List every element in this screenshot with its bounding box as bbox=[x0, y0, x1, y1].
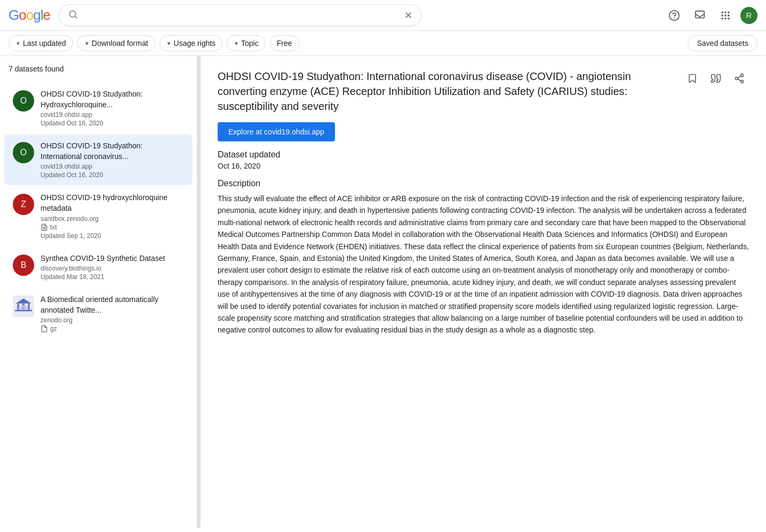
last-updated-label: Last updated bbox=[23, 39, 66, 47]
avatar: O bbox=[13, 90, 34, 112]
result-content: OHDSI COVID-19 Studyathon: International… bbox=[41, 141, 184, 179]
download-format-filter[interactable]: ▼ Download format bbox=[77, 35, 155, 51]
avatar: B bbox=[13, 255, 34, 276]
logo-letter-o2: o bbox=[26, 7, 33, 23]
result-content: OHDSI COVID-19 Studyathon: Hydroxychloro… bbox=[41, 89, 184, 127]
svg-rect-8 bbox=[722, 14, 723, 16]
main-content: 7 datasets found O OHDSI COVID-19 Studya… bbox=[0, 56, 766, 528]
cite-button[interactable] bbox=[706, 69, 725, 88]
result-file-type: txt bbox=[41, 224, 184, 231]
search-bar: ohdsi covid ✕ bbox=[59, 4, 421, 26]
university-icon-svg bbox=[13, 296, 34, 317]
file-type-label: txt bbox=[50, 224, 57, 231]
result-domain: covid19.ohdsi.app bbox=[41, 111, 184, 118]
logo-letter-e: e bbox=[43, 7, 50, 23]
avatar: O bbox=[13, 142, 34, 163]
result-title: OHDSI COVID-19 hydroxychloroquine metada… bbox=[41, 193, 184, 213]
logo-letter-o1: o bbox=[19, 7, 26, 23]
svg-line-1 bbox=[75, 17, 77, 19]
bookmark-button[interactable] bbox=[683, 69, 702, 88]
header-actions: R bbox=[664, 5, 757, 26]
list-item[interactable]: A Biomedical oriented automatically anno… bbox=[4, 288, 193, 340]
results-count: 7 datasets found bbox=[0, 65, 197, 82]
detail-panel: OHDSI COVID-19 Studyathon: International… bbox=[201, 56, 766, 528]
result-title: Synthea COVID-19 Synthetic Dataset bbox=[41, 253, 184, 264]
share-button[interactable] bbox=[730, 69, 749, 88]
chevron-down-icon: ▼ bbox=[234, 41, 239, 46]
result-content: A Biomedical oriented automatically anno… bbox=[41, 295, 184, 334]
result-domain: sandbox.zenodo.org bbox=[41, 215, 184, 223]
filter-bar: ▼ Last updated ▼ Download format ▼ Usage… bbox=[0, 31, 766, 56]
detail-actions bbox=[683, 69, 749, 88]
file-icon bbox=[41, 224, 48, 231]
topic-filter[interactable]: ▼ Topic bbox=[227, 35, 266, 51]
result-updated: Updated Mar 18, 2021 bbox=[41, 273, 184, 281]
file-type-label: gz bbox=[50, 325, 57, 332]
avatar[interactable]: R bbox=[740, 7, 757, 24]
chevron-down-icon: ▼ bbox=[15, 41, 21, 46]
svg-rect-5 bbox=[722, 11, 723, 13]
result-updated: Updated Oct 16, 2020 bbox=[41, 171, 184, 179]
result-title: OHDSI COVID-19 Studyathon: Hydroxychloro… bbox=[41, 89, 184, 110]
feedback-button[interactable] bbox=[689, 5, 711, 26]
avatar: Z bbox=[13, 194, 34, 215]
svg-rect-7 bbox=[728, 11, 729, 13]
result-content: Synthea COVID-19 Synthetic Dataset disco… bbox=[41, 253, 184, 281]
svg-line-28 bbox=[738, 76, 741, 77]
last-updated-filter[interactable]: ▼ Last updated bbox=[9, 35, 73, 51]
list-item[interactable]: O OHDSI COVID-19 Studyathon: Internation… bbox=[4, 134, 193, 185]
results-panel: 7 datasets found O OHDSI COVID-19 Studya… bbox=[0, 56, 197, 528]
description-text: This study will evaluate the effect of A… bbox=[218, 193, 749, 336]
description-label: Description bbox=[218, 179, 749, 188]
result-domain: covid19.ohdsi.app bbox=[41, 163, 184, 170]
google-logo[interactable]: Google bbox=[9, 7, 50, 23]
svg-rect-9 bbox=[724, 14, 726, 16]
file-icon bbox=[41, 325, 48, 332]
help-button[interactable] bbox=[664, 5, 685, 26]
svg-rect-10 bbox=[728, 14, 729, 16]
download-format-label: Download format bbox=[92, 39, 148, 47]
svg-rect-20 bbox=[28, 304, 30, 310]
saved-datasets-button[interactable]: Saved datasets bbox=[688, 35, 757, 51]
svg-rect-12 bbox=[724, 18, 726, 19]
logo-letter-g: G bbox=[9, 7, 19, 23]
result-title: A Biomedical oriented automatically anno… bbox=[41, 295, 184, 315]
search-input[interactable]: ohdsi covid bbox=[85, 11, 398, 20]
result-title: OHDSI COVID-19 Studyathon: International… bbox=[41, 141, 184, 162]
institution-icon bbox=[13, 296, 34, 317]
clear-icon[interactable]: ✕ bbox=[404, 10, 412, 21]
result-domain: discovery.biothings.io bbox=[41, 265, 184, 272]
svg-line-27 bbox=[738, 79, 741, 81]
panel-divider bbox=[197, 56, 201, 528]
usage-rights-label: Usage rights bbox=[174, 39, 216, 47]
list-item[interactable]: B Synthea COVID-19 Synthetic Dataset dis… bbox=[4, 247, 193, 288]
chevron-down-icon: ▼ bbox=[84, 41, 90, 46]
svg-rect-18 bbox=[17, 304, 19, 310]
free-filter[interactable]: Free bbox=[270, 35, 299, 51]
svg-rect-13 bbox=[728, 18, 729, 19]
explore-button[interactable]: Explore at covid19.ohdsi.app bbox=[218, 122, 335, 141]
detail-title: OHDSI COVID-19 Studyathon: International… bbox=[218, 69, 676, 114]
result-domain: zenodo.org bbox=[41, 316, 184, 324]
dataset-updated-label: Dataset updated bbox=[218, 150, 749, 160]
result-content: OHDSI COVID-19 hydroxychloroquine metada… bbox=[41, 193, 184, 239]
detail-header: OHDSI COVID-19 Studyathon: International… bbox=[218, 69, 749, 114]
search-icon bbox=[68, 9, 78, 21]
list-item[interactable]: Z OHDSI COVID-19 hydroxychloroquine meta… bbox=[4, 186, 193, 245]
result-updated: Updated Sep 1, 2020 bbox=[41, 232, 184, 240]
header: Google ohdsi covid ✕ bbox=[0, 0, 766, 31]
svg-rect-23 bbox=[22, 307, 25, 309]
svg-rect-21 bbox=[15, 310, 32, 312]
logo-letter-g2: g bbox=[33, 7, 40, 23]
usage-rights-filter[interactable]: ▼ Usage rights bbox=[159, 35, 223, 51]
dataset-updated-date: Oct 16, 2020 bbox=[218, 162, 749, 170]
result-file-type: gz bbox=[41, 325, 184, 332]
topic-label: Topic bbox=[241, 39, 259, 47]
svg-rect-6 bbox=[724, 11, 726, 13]
apps-button[interactable] bbox=[715, 5, 736, 26]
svg-rect-11 bbox=[722, 18, 723, 19]
chevron-down-icon: ▼ bbox=[166, 41, 172, 46]
list-item[interactable]: O OHDSI COVID-19 Studyathon: Hydroxychlo… bbox=[4, 83, 193, 133]
result-updated: Updated Oct 16, 2020 bbox=[41, 120, 184, 127]
